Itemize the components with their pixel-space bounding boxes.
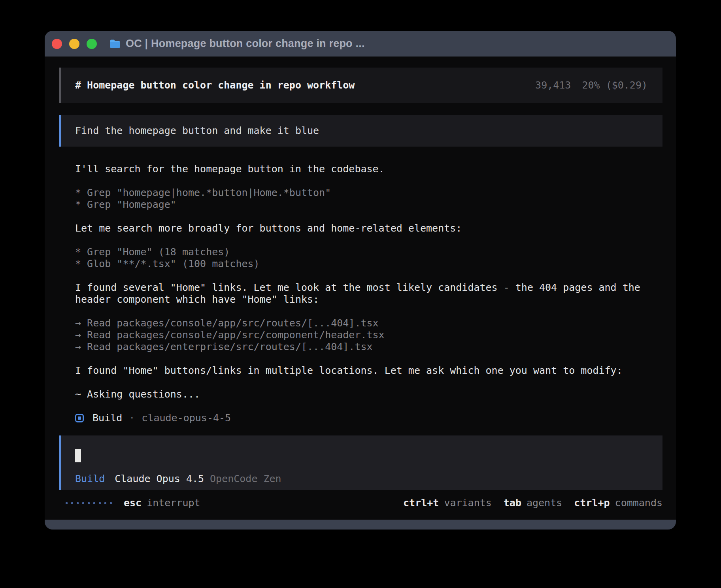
assistant-text: I found several "Home" links. Let me loo… bbox=[75, 282, 664, 305]
context-cost: 20% ($0.29) bbox=[582, 79, 647, 91]
mode-label: Build bbox=[75, 473, 105, 485]
window-title: OC | Homepage button color change in rep… bbox=[126, 38, 365, 50]
session-title: # Homepage button color change in repo w… bbox=[75, 79, 355, 91]
status-model-name: claude-opus-4-5 bbox=[142, 412, 231, 424]
session-stats: 39,413 20% ($0.29) bbox=[535, 79, 647, 91]
input-meta: Build Claude Opus 4.5 OpenCode Zen bbox=[75, 473, 662, 485]
titlebar[interactable]: OC | Homepage button color change in rep… bbox=[45, 31, 676, 57]
variants-label: variants bbox=[444, 497, 491, 509]
provider-label: OpenCode Zen bbox=[210, 473, 281, 485]
text-cursor bbox=[75, 449, 81, 462]
traffic-lights bbox=[52, 39, 97, 49]
user-message: Find the homepage button and make it blu… bbox=[59, 115, 662, 147]
agent-name: Build bbox=[92, 412, 122, 424]
ctrl-p-key: ctrl+p bbox=[574, 497, 610, 509]
agent-status-line: Build · claude-opus-4-5 bbox=[75, 412, 662, 424]
spinner-dot bbox=[77, 502, 79, 504]
terminal-content: # Homepage button color change in repo w… bbox=[45, 57, 676, 520]
tool-call-line: * Grep "homepage|home.*button|Home.*butt… bbox=[75, 187, 664, 199]
minimize-button[interactable] bbox=[69, 39, 79, 49]
tool-call-line: → Read packages/console/app/src/componen… bbox=[75, 329, 664, 341]
assistant-text: Let me search more broadly for buttons a… bbox=[75, 222, 664, 234]
status-separator: · bbox=[129, 412, 135, 424]
tool-call-line: * Grep "Homepage" bbox=[75, 199, 664, 211]
tool-call-line: * Glob "**/*.tsx" (100 matches) bbox=[75, 258, 664, 270]
spinner-dots bbox=[66, 502, 112, 504]
model-label: Claude Opus 4.5 bbox=[115, 473, 204, 485]
spinner-dot bbox=[66, 502, 68, 504]
ctrl-t-key: ctrl+t bbox=[403, 497, 439, 509]
hint-agents: tab agents bbox=[504, 497, 562, 509]
close-button[interactable] bbox=[52, 39, 62, 49]
terminal-window: OC | Homepage button color change in rep… bbox=[45, 31, 676, 530]
user-message-text: Find the homepage button and make it blu… bbox=[75, 125, 319, 137]
assistant-text: I found "Home" buttons/links in multiple… bbox=[75, 365, 664, 377]
spinner-dot bbox=[110, 502, 112, 504]
tool-call-line: → Read packages/enterprise/src/routes/[.… bbox=[75, 341, 664, 353]
assistant-status-text: ~ Asking questions... bbox=[75, 388, 664, 400]
hint-bar: esc interrupt ctrl+t variants tab agents… bbox=[66, 497, 662, 509]
assistant-text: I'll search for the homepage button in t… bbox=[75, 163, 664, 175]
spinner-dot bbox=[82, 502, 84, 504]
hint-variants: ctrl+t variants bbox=[403, 497, 492, 509]
spinner-dot bbox=[71, 502, 73, 504]
esc-key: esc bbox=[124, 497, 142, 509]
window-bottom-edge bbox=[45, 520, 676, 530]
spinner-dot bbox=[93, 502, 95, 504]
commands-label: commands bbox=[615, 497, 662, 509]
tool-call-line: → Read packages/console/app/src/routes/[… bbox=[75, 317, 664, 329]
agent-icon bbox=[75, 414, 84, 422]
prompt-input[interactable]: Build Claude Opus 4.5 OpenCode Zen bbox=[59, 435, 662, 490]
folder-icon bbox=[109, 39, 121, 49]
interrupt-label: interrupt bbox=[147, 497, 200, 509]
agents-label: agents bbox=[527, 497, 562, 509]
tab-key: tab bbox=[504, 497, 521, 509]
hint-group-right: ctrl+t variants tab agents ctrl+p comman… bbox=[403, 497, 662, 509]
hint-interrupt: esc interrupt bbox=[124, 497, 200, 509]
session-header: # Homepage button color change in repo w… bbox=[59, 68, 662, 103]
hint-commands: ctrl+p commands bbox=[574, 497, 662, 509]
tool-call-line: * Grep "Home" (18 matches) bbox=[75, 246, 664, 258]
zoom-button[interactable] bbox=[87, 39, 97, 49]
token-count: 39,413 bbox=[535, 79, 571, 91]
assistant-transcript: I'll search for the homepage button in t… bbox=[75, 163, 664, 400]
spinner-dot bbox=[99, 502, 101, 504]
spinner-dot bbox=[88, 502, 90, 504]
spinner-dot bbox=[104, 502, 106, 504]
